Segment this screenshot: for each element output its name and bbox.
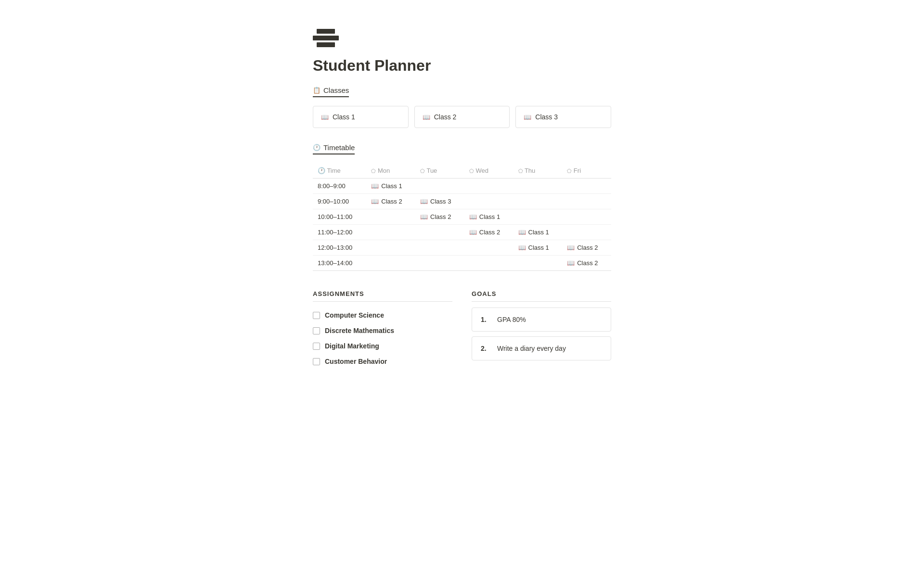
assignment-item[interactable]: Discrete Mathematics (313, 323, 452, 338)
col-tue: ⬠ Tue (415, 163, 464, 179)
timetable-row: 12:00–13:00📖Class 1📖Class 2 (313, 240, 611, 256)
cell-book-icon: 📖 (567, 259, 575, 267)
cell-book-icon: 📖 (420, 198, 428, 205)
page-title: Student Planner (313, 57, 611, 75)
assignment-checkbox[interactable] (313, 312, 320, 319)
class-cell[interactable]: 📖Class 2 (366, 194, 415, 209)
class-cell[interactable]: 📖Class 2 (562, 256, 611, 271)
wed-icon: ⬠ (469, 168, 474, 174)
col-mon: ⬠ Mon (366, 163, 415, 179)
empty-cell (513, 256, 563, 271)
col-fri: ⬠ Fri (562, 163, 611, 179)
assignments-section: ASSIGNMENTS Computer ScienceDiscrete Mat… (313, 290, 452, 369)
time-cell: 8:00–9:00 (313, 179, 366, 194)
assignment-label: Customer Behavior (325, 358, 387, 365)
assignment-label: Digital Marketing (325, 342, 379, 350)
class-cell[interactable]: 📖Class 2 (464, 225, 513, 240)
class-cell[interactable]: 📖Class 1 (513, 240, 563, 256)
assignment-checkbox[interactable] (313, 327, 320, 334)
class3-label: Class 3 (535, 113, 558, 121)
clock-icon: 🕐 (313, 144, 321, 151)
class1-book-icon: 📖 (321, 114, 329, 121)
cell-book-icon: 📖 (371, 182, 379, 190)
tab-timetable[interactable]: 🕐 Timetable (313, 143, 355, 154)
page-container: Student Planner 📋 Classes 📖 Class 1 📖 Cl… (294, 0, 630, 408)
goals-section: GOALS 1.GPA 80%2.Write a diary every day (472, 290, 611, 369)
class-card-3[interactable]: 📖 Class 3 (515, 106, 611, 128)
cell-book-icon: 📖 (371, 198, 379, 205)
empty-cell (513, 209, 563, 225)
class-cell[interactable]: 📖Class 1 (513, 225, 563, 240)
empty-cell (366, 209, 415, 225)
tue-icon: ⬠ (420, 168, 425, 174)
goal-number: 2. (481, 345, 492, 352)
classes-grid: 📖 Class 1 📖 Class 2 📖 Class 3 (313, 106, 611, 128)
goal-label: Write a diary every day (497, 345, 566, 352)
class3-book-icon: 📖 (524, 114, 531, 121)
class2-label: Class 2 (434, 113, 457, 121)
empty-cell (464, 240, 513, 256)
class-cell[interactable]: 📖Class 2 (562, 240, 611, 256)
class-cell[interactable]: 📖Class 1 (366, 179, 415, 194)
empty-cell (513, 194, 563, 209)
col-thu: ⬠ Thu (513, 163, 563, 179)
cell-book-icon: 📖 (567, 244, 575, 251)
cell-book-icon: 📖 (469, 213, 477, 220)
icon-bar-2 (313, 36, 339, 40)
empty-cell (415, 256, 464, 271)
empty-cell (562, 179, 611, 194)
goals-title: GOALS (472, 290, 611, 302)
col-time: 🕐 Time (313, 163, 366, 179)
empty-cell (562, 194, 611, 209)
class-cell[interactable]: 📖Class 2 (415, 209, 464, 225)
empty-cell (562, 225, 611, 240)
assignment-checkbox[interactable] (313, 358, 320, 365)
time-cell: 12:00–13:00 (313, 240, 366, 256)
thu-icon: ⬠ (518, 168, 523, 174)
empty-cell (415, 179, 464, 194)
empty-cell (366, 256, 415, 271)
assignment-item[interactable]: Digital Marketing (313, 338, 452, 354)
empty-cell (464, 179, 513, 194)
class-cell[interactable]: 📖Class 1 (464, 209, 513, 225)
icon-bar-3 (317, 42, 335, 47)
icon-bar-1 (317, 29, 335, 34)
tab-classes-label: Classes (323, 86, 349, 94)
page-icon (313, 29, 611, 47)
empty-cell (366, 240, 415, 256)
timetable-section: 🕐 Timetable 🕐 Time ⬠ Mon ⬠ Tue (313, 143, 611, 271)
timetable-row: 10:00–11:00📖Class 2📖Class 1 (313, 209, 611, 225)
assignment-item[interactable]: Customer Behavior (313, 354, 452, 369)
assignments-list: Computer ScienceDiscrete MathematicsDigi… (313, 308, 452, 369)
class-card-2[interactable]: 📖 Class 2 (414, 106, 510, 128)
cell-book-icon: 📖 (518, 229, 526, 236)
time-cell: 9:00–10:00 (313, 194, 366, 209)
class1-label: Class 1 (333, 113, 355, 121)
class-card-1[interactable]: 📖 Class 1 (313, 106, 409, 128)
timetable-row: 11:00–12:00📖Class 2📖Class 1 (313, 225, 611, 240)
tab-timetable-label: Timetable (323, 143, 355, 152)
class-cell[interactable]: 📖Class 3 (415, 194, 464, 209)
empty-cell (562, 209, 611, 225)
mon-icon: ⬠ (371, 168, 376, 174)
col-wed: ⬠ Wed (464, 163, 513, 179)
timetable-row: 8:00–9:00📖Class 1 (313, 179, 611, 194)
tab-classes[interactable]: 📋 Classes (313, 86, 349, 97)
goal-card[interactable]: 2.Write a diary every day (472, 336, 611, 360)
goal-card[interactable]: 1.GPA 80% (472, 308, 611, 332)
empty-cell (366, 225, 415, 240)
assignment-label: Computer Science (325, 311, 384, 319)
assignment-item[interactable]: Computer Science (313, 308, 452, 323)
empty-cell (464, 194, 513, 209)
assignments-title: ASSIGNMENTS (313, 290, 452, 302)
timetable: 🕐 Time ⬠ Mon ⬠ Tue ⬠ Wed (313, 163, 611, 271)
cell-book-icon: 📖 (518, 244, 526, 251)
empty-cell (415, 225, 464, 240)
time-cell: 11:00–12:00 (313, 225, 366, 240)
time-cell: 10:00–11:00 (313, 209, 366, 225)
bottom-row: ASSIGNMENTS Computer ScienceDiscrete Mat… (313, 290, 611, 369)
empty-cell (464, 256, 513, 271)
cell-book-icon: 📖 (469, 229, 477, 236)
timetable-row: 9:00–10:00📖Class 2📖Class 3 (313, 194, 611, 209)
assignment-checkbox[interactable] (313, 343, 320, 350)
